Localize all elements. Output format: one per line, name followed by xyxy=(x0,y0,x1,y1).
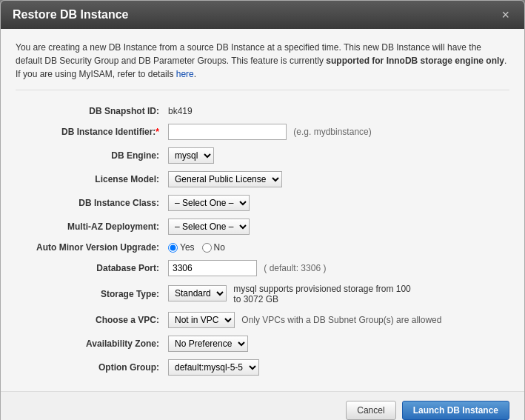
auto-upgrade-no-radio[interactable] xyxy=(202,243,212,253)
auto-upgrade-cell: Yes No xyxy=(164,239,509,256)
db-port-input[interactable] xyxy=(168,260,257,276)
option-group-cell: default:mysql-5-5 xyxy=(164,356,509,379)
option-group-select[interactable]: default:mysql-5-5 xyxy=(168,359,259,376)
close-button[interactable]: × xyxy=(498,8,512,21)
license-model-select[interactable]: General Public License xyxy=(168,171,282,187)
az-label: Availability Zone: xyxy=(16,332,164,356)
auto-upgrade-row: Auto Minor Version Upgrade: Yes No xyxy=(16,239,509,256)
storage-type-select[interactable]: Standard xyxy=(168,285,227,301)
dialog-title: Restore DB Instance xyxy=(13,8,129,21)
vpc-cell: Not in VPC Only VPCs with a DB Subnet Gr… xyxy=(164,308,509,332)
db-engine-row: DB Engine: mysql xyxy=(16,144,509,167)
multiaz-cell: – Select One – xyxy=(164,215,509,239)
instance-id-input[interactable] xyxy=(168,124,287,140)
vpc-select[interactable]: Not in VPC xyxy=(168,312,235,328)
instance-class-select[interactable]: – Select One – xyxy=(168,195,250,211)
db-engine-select[interactable]: mysql xyxy=(168,147,214,164)
form-table: DB Snapshot ID: bk419 DB Instance Identi… xyxy=(16,102,509,379)
license-model-row: License Model: General Public License xyxy=(16,167,509,191)
auto-upgrade-radio-group: Yes No xyxy=(168,242,505,253)
az-row: Availability Zone: No Preference xyxy=(16,332,509,356)
storage-hint: mysql supports provisioned storage from … xyxy=(233,284,418,304)
info-text: You are creating a new DB Instance from … xyxy=(16,41,509,90)
db-port-cell: ( default: 3306 ) xyxy=(164,256,509,280)
snapshot-id-value: bk419 xyxy=(164,102,509,120)
restore-db-dialog: Restore DB Instance × You are creating a… xyxy=(0,0,525,420)
option-group-label: Option Group: xyxy=(16,356,164,379)
instance-class-cell: – Select One – xyxy=(164,191,509,215)
db-engine-label: DB Engine: xyxy=(16,144,164,167)
snapshot-id-row: DB Snapshot ID: bk419 xyxy=(16,102,509,120)
storage-type-label: Storage Type: xyxy=(16,280,164,308)
vpc-label: Choose a VPC: xyxy=(16,308,164,332)
auto-upgrade-label: Auto Minor Version Upgrade: xyxy=(16,239,164,256)
instance-id-hint: (e.g. mydbinstance) xyxy=(293,127,371,137)
storage-type-row: Storage Type: Standard mysql supports pr… xyxy=(16,280,509,308)
instance-class-row: DB Instance Class: – Select One – xyxy=(16,191,509,215)
db-engine-cell: mysql xyxy=(164,144,509,167)
vpc-row: Choose a VPC: Not in VPC Only VPCs with … xyxy=(16,308,509,332)
option-group-row: Option Group: default:mysql-5-5 xyxy=(16,356,509,379)
instance-id-row: DB Instance Identifier:* (e.g. mydbinsta… xyxy=(16,120,509,144)
snapshot-id-label: DB Snapshot ID: xyxy=(16,102,164,120)
instance-id-label: DB Instance Identifier:* xyxy=(16,120,164,144)
az-cell: No Preference xyxy=(164,332,509,356)
auto-upgrade-yes-text: Yes xyxy=(180,242,195,253)
auto-upgrade-yes-label[interactable]: Yes xyxy=(168,242,195,253)
vpc-hint: Only VPCs with a DB Subnet Group(s) are … xyxy=(241,315,441,325)
here-link[interactable]: here xyxy=(176,69,194,79)
multiaz-label: Multi-AZ Deployment: xyxy=(16,215,164,239)
auto-upgrade-no-text: No xyxy=(214,242,225,253)
az-select[interactable]: No Preference xyxy=(168,336,248,352)
multiaz-select[interactable]: – Select One – xyxy=(168,219,250,235)
auto-upgrade-yes-radio[interactable] xyxy=(168,243,178,253)
dialog-header: Restore DB Instance × xyxy=(1,1,524,29)
instance-id-cell: (e.g. mydbinstance) xyxy=(164,120,509,144)
multiaz-row: Multi-AZ Deployment: – Select One – xyxy=(16,215,509,239)
dialog-body: You are creating a new DB Instance from … xyxy=(1,29,524,391)
launch-button[interactable]: Launch DB Instance xyxy=(402,401,509,420)
db-port-label: Database Port: xyxy=(16,256,164,280)
required-star: * xyxy=(156,127,159,137)
dialog-footer: Cancel Launch DB Instance xyxy=(1,391,524,420)
license-model-cell: General Public License xyxy=(164,167,509,191)
auto-upgrade-no-label[interactable]: No xyxy=(202,242,225,253)
info-text-after: . xyxy=(194,69,196,79)
db-port-hint: ( default: 3306 ) xyxy=(264,263,326,273)
storage-type-cell: Standard mysql supports provisioned stor… xyxy=(164,280,509,308)
db-port-row: Database Port: ( default: 3306 ) xyxy=(16,256,509,280)
instance-class-label: DB Instance Class: xyxy=(16,191,164,215)
license-model-label: License Model: xyxy=(16,167,164,191)
info-bold: supported for InnoDB storage engine only xyxy=(326,56,504,66)
cancel-button[interactable]: Cancel xyxy=(346,401,395,420)
